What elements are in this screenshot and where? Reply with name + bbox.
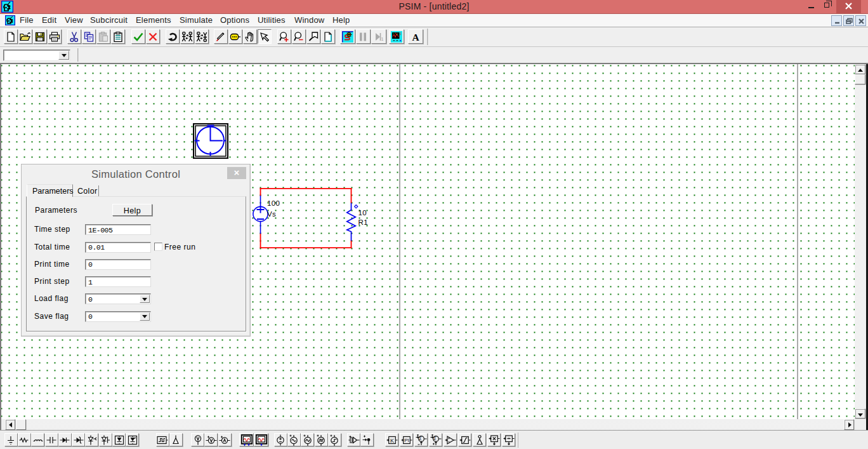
save-flag-dropdown-button[interactable] xyxy=(140,312,150,321)
minimize-button[interactable] xyxy=(798,0,819,13)
zoom-combobox-dropdown-button[interactable] xyxy=(58,51,69,60)
label-button[interactable] xyxy=(228,29,242,44)
zener-diode-button[interactable] xyxy=(72,433,85,446)
cancel-cross-button[interactable] xyxy=(146,29,160,44)
step-source-button[interactable] xyxy=(328,433,341,446)
document-restore-button[interactable] xyxy=(843,15,854,26)
run-simulation-button[interactable] xyxy=(340,29,355,44)
thyristor-bridge-button[interactable] xyxy=(126,433,139,446)
on-off-controller-button[interactable] xyxy=(360,433,374,446)
commit-check-button[interactable] xyxy=(131,29,145,44)
schematic-canvas[interactable]: 100Vs10R1 Simulation Control×ParametersC… xyxy=(0,63,868,430)
square-source-button[interactable] xyxy=(315,433,328,446)
square-wave-source-button[interactable] xyxy=(156,433,169,446)
opamp-button[interactable] xyxy=(444,433,457,446)
tab-parameters[interactable]: Parameters xyxy=(27,184,73,197)
diode-button[interactable] xyxy=(58,433,72,446)
fit-to-page-button[interactable] xyxy=(321,29,335,44)
scroll-up-button[interactable] xyxy=(855,64,865,74)
psim-document-icon[interactable] xyxy=(5,15,15,25)
pi-block-button[interactable]: PI xyxy=(400,433,413,446)
current-probe-button[interactable] xyxy=(218,433,232,446)
gain-block-button[interactable]: K xyxy=(385,433,398,446)
scroll-down-button[interactable] xyxy=(855,408,865,419)
new-file-button[interactable] xyxy=(4,29,18,44)
menu-subcircuit[interactable]: Subcircuit xyxy=(90,15,128,25)
vertical-scrollbar-track[interactable] xyxy=(855,64,865,419)
divider-block-button[interactable] xyxy=(502,433,515,446)
load-flag-combobox[interactable]: 0 xyxy=(85,293,151,304)
voltmeter-button[interactable] xyxy=(191,433,204,446)
menu-view[interactable]: View xyxy=(65,15,83,25)
help-button[interactable]: Help xyxy=(112,204,152,216)
document-close-button[interactable] xyxy=(855,15,866,26)
total-time-input[interactable]: 0.01 xyxy=(85,242,151,253)
gating-block-button[interactable] xyxy=(347,433,360,446)
circuit-wires[interactable] xyxy=(260,188,352,248)
multiplier-block-button[interactable] xyxy=(487,433,501,446)
titlebar[interactable]: PSIM - [untitled2] xyxy=(0,0,868,14)
paste-clipboard-button[interactable] xyxy=(111,29,125,44)
copy-button[interactable] xyxy=(82,29,96,44)
summer-plus-minus-button[interactable]: Σ xyxy=(414,433,428,446)
resistor-symbol[interactable] xyxy=(347,203,358,241)
vertical-scrollbar-thumb[interactable] xyxy=(855,74,865,84)
simulation-control-dialog[interactable]: Simulation Control×ParametersColorParame… xyxy=(21,164,251,337)
draw-wire-button[interactable] xyxy=(214,29,228,44)
load-flag-dropdown-button[interactable] xyxy=(140,295,150,303)
horizontal-scrollbar[interactable] xyxy=(5,419,854,430)
scroll-right-button[interactable] xyxy=(844,419,854,430)
tab-color[interactable]: Color xyxy=(73,185,99,197)
zoom-in-button[interactable] xyxy=(277,29,291,44)
restore-button[interactable] xyxy=(817,0,838,13)
menu-elements[interactable]: Elements xyxy=(136,15,171,25)
scope-1channel-button[interactable] xyxy=(254,433,268,446)
zoom-area-button[interactable] xyxy=(306,29,320,44)
document-minimize-button[interactable] xyxy=(831,15,842,26)
voltage-probe-button[interactable] xyxy=(204,433,218,446)
resistor-name-label[interactable]: R1 xyxy=(358,219,369,226)
pause-simulation-button[interactable] xyxy=(356,29,371,44)
horizontal-scrollbar-thumb[interactable] xyxy=(16,419,27,430)
save-flag-combobox[interactable]: 0 xyxy=(85,311,151,322)
close-button[interactable] xyxy=(836,0,861,13)
resistor-button[interactable] xyxy=(18,433,31,446)
wire-assign-flipped-button[interactable] xyxy=(195,29,209,44)
undo-button[interactable] xyxy=(166,29,180,44)
text-button[interactable]: A xyxy=(408,29,423,44)
limiter-block-button[interactable] xyxy=(458,433,471,446)
resistor-value-label[interactable]: 10 xyxy=(358,210,367,217)
menu-file[interactable]: File xyxy=(20,15,34,25)
menu-help[interactable]: Help xyxy=(332,15,350,25)
paste-button[interactable] xyxy=(96,29,110,44)
print-button[interactable] xyxy=(48,29,62,44)
time-step-input[interactable]: 1E-005 xyxy=(85,224,151,235)
run-simview-button[interactable] xyxy=(389,29,404,44)
scope-2channel-button[interactable] xyxy=(239,433,254,446)
menu-utilities[interactable]: Utilities xyxy=(258,15,286,25)
print-step-input[interactable]: 1 xyxy=(85,276,151,287)
scroll-left-button[interactable] xyxy=(5,419,15,430)
menu-edit[interactable]: Edit xyxy=(42,15,56,25)
dc-source-button[interactable] xyxy=(274,433,287,446)
ground-button[interactable] xyxy=(4,433,18,446)
horizontal-scrollbar-track[interactable] xyxy=(5,419,854,430)
cut-button[interactable] xyxy=(67,29,81,44)
current-flag-button[interactable] xyxy=(169,433,183,446)
sine-source-button[interactable] xyxy=(301,433,314,446)
diode-bridge-button[interactable] xyxy=(112,433,126,446)
menu-simulate[interactable]: Simulate xyxy=(180,15,213,25)
menu-options[interactable]: Options xyxy=(220,15,249,25)
summer-plus-plus-button[interactable]: Σ xyxy=(429,433,442,446)
open-file-button[interactable] xyxy=(18,29,32,44)
menu-window[interactable]: Window xyxy=(294,15,324,25)
inductor-button[interactable] xyxy=(31,433,44,446)
simulation-control-clock-element[interactable] xyxy=(192,122,230,160)
capacitor-button[interactable] xyxy=(45,433,58,446)
step-simulation-button[interactable]: 1 xyxy=(371,29,386,44)
pan-hand-button[interactable] xyxy=(243,29,257,44)
wire-assign-button[interactable] xyxy=(180,29,194,44)
sensor-button[interactable] xyxy=(473,433,486,446)
free-run-checkbox[interactable] xyxy=(154,243,162,251)
zoom-out-button[interactable] xyxy=(292,29,306,44)
